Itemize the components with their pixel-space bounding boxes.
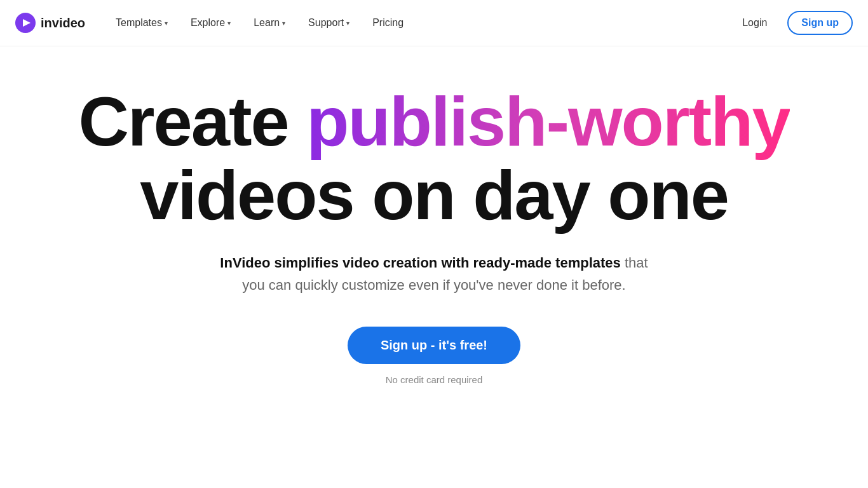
- nav-item-learn[interactable]: Learn ▾: [243, 12, 295, 34]
- chevron-down-icon: ▾: [346, 20, 349, 27]
- chevron-down-icon: ▾: [227, 20, 231, 27]
- nav-pricing-label: Pricing: [372, 17, 403, 29]
- nav-links: Templates ▾ Explore ▾ Learn ▾ Support ▾ …: [105, 12, 732, 34]
- nav-item-pricing[interactable]: Pricing: [362, 12, 414, 34]
- subheadline-bold: InVideo simplifies video creation with r…: [220, 255, 620, 271]
- signup-nav-button[interactable]: Sign up: [787, 11, 853, 35]
- login-button[interactable]: Login: [732, 12, 777, 34]
- headline-line2: videos on day one: [78, 158, 789, 232]
- nav-learn-label: Learn: [254, 17, 280, 29]
- nav-item-support[interactable]: Support ▾: [298, 12, 360, 34]
- no-credit-card-text: No credit card required: [386, 374, 483, 385]
- nav-right: Login Sign up: [732, 11, 853, 35]
- navbar: invideo Templates ▾ Explore ▾ Learn ▾ Su…: [0, 0, 868, 46]
- hero-subheadline: InVideo simplifies video creation with r…: [218, 252, 650, 296]
- hero-section: Create publish-worthy videos on day one …: [0, 46, 868, 410]
- hero-headline: Create publish-worthy videos on day one: [78, 85, 789, 231]
- chevron-down-icon: ▾: [165, 20, 168, 27]
- headline-create: Create: [78, 82, 306, 160]
- logo[interactable]: invideo: [15, 13, 85, 33]
- chevron-down-icon: ▾: [282, 20, 285, 27]
- headline-gradient: publish-worthy: [306, 82, 789, 160]
- nav-templates-label: Templates: [116, 17, 162, 29]
- logo-wordmark: invideo: [41, 16, 85, 30]
- invideo-logo-icon: [15, 13, 36, 33]
- nav-explore-label: Explore: [191, 17, 225, 29]
- nav-support-label: Support: [308, 17, 344, 29]
- nav-item-explore[interactable]: Explore ▾: [180, 12, 241, 34]
- signup-hero-button[interactable]: Sign up - it's free!: [348, 327, 520, 364]
- nav-item-templates[interactable]: Templates ▾: [105, 12, 178, 34]
